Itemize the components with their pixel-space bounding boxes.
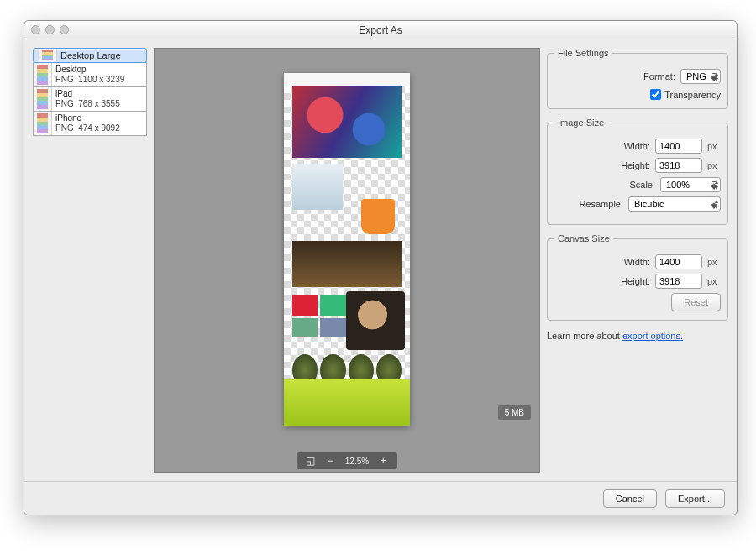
minimize-icon[interactable] [45,25,55,34]
image-size-legend: Image Size [554,118,607,128]
zoom-fit-icon[interactable]: ◱ [305,455,317,467]
canvas-size-group: Canvas Size Width: px Height: px Reset [547,233,728,321]
export-button[interactable]: Export... [665,489,725,508]
format-select[interactable]: PNG [680,69,721,84]
reset-button[interactable]: Reset [671,293,721,311]
scale-select[interactable]: 100% [660,177,721,192]
asset-thumb [34,87,52,111]
img-width-label: Width: [624,141,650,151]
asset-dim: PNG 1100 x 3239 [55,75,143,85]
cancel-button[interactable]: Cancel [603,489,657,508]
asset-list: Desktop Large PNG 1400 x 3918 Desktop PN… [33,48,147,473]
asset-dim: PNG 474 x 9092 [55,123,143,133]
img-height-input[interactable] [655,158,702,173]
canvas-size-legend: Canvas Size [554,233,613,243]
learn-more: Learn more about export options. [547,331,728,341]
canvas-width-label: Width: [624,257,650,267]
asset-item-desktop[interactable]: Desktop PNG 1100 x 3239 [33,62,147,87]
scale-label: Scale: [629,180,655,190]
preview-canvas[interactable]: 5 MB [155,49,539,450]
settings-panel: File Settings Format: PNG ▴▾ Transparenc… [547,48,728,473]
close-icon[interactable] [31,25,40,34]
titlebar: Export As [24,21,737,39]
unit-label: px [707,257,721,267]
asset-name: Desktop Large [60,50,129,60]
transparency-checkbox[interactable] [650,89,661,100]
format-label: Format: [643,71,675,81]
resample-select[interactable]: Bicubic [628,196,721,212]
asset-item-ipad[interactable]: iPad PNG 768 x 3555 [33,86,147,112]
asset-name: iPad [55,89,143,99]
zoom-level: 12.5% [345,457,369,466]
file-settings-group: File Settings Format: PNG ▴▾ Transparenc… [547,48,728,109]
file-settings-legend: File Settings [554,48,612,58]
zoom-toolbar: ◱ − 12.5% + [155,450,539,472]
asset-item-desktop-large[interactable]: Desktop Large PNG 1400 x 3918 [33,48,147,63]
asset-thumb [34,63,52,86]
preview-pane: 5 MB ◱ − 12.5% + [154,48,540,473]
img-width-input[interactable] [655,138,702,154]
asset-thumb [34,112,52,135]
preview-artboard [284,73,410,426]
zoom-in-icon[interactable]: + [377,455,389,467]
window-title: Export As [24,24,737,36]
unit-label: px [707,160,721,170]
unit-label: px [707,141,721,151]
zoom-out-icon[interactable]: − [325,455,337,467]
asset-dim: PNG 768 x 3555 [55,99,143,109]
asset-item-iphone[interactable]: iPhone PNG 474 x 9092 [33,111,147,136]
asset-name: Desktop [55,65,143,75]
canvas-height-label: Height: [621,276,650,286]
asset-name: iPhone [55,113,143,123]
unit-label: px [707,276,721,286]
export-options-link[interactable]: export options. [622,331,683,341]
asset-dim: PNG 1400 x 3918 [60,60,129,62]
image-size-group: Image Size Width: px Height: px Scale: 1… [547,118,728,225]
filesize-badge: 5 MB [498,405,531,420]
img-height-label: Height: [621,160,650,170]
dialog-footer: Cancel Export... [24,481,737,515]
zoom-icon[interactable] [60,25,69,34]
canvas-width-input[interactable] [655,254,702,269]
resample-label: Resample: [579,199,623,209]
canvas-height-input[interactable] [655,274,702,289]
export-as-dialog: Export As Desktop Large PNG 1400 x 3918 … [24,20,738,515]
transparency-label: Transparency [664,90,721,100]
asset-thumb [39,49,57,62]
